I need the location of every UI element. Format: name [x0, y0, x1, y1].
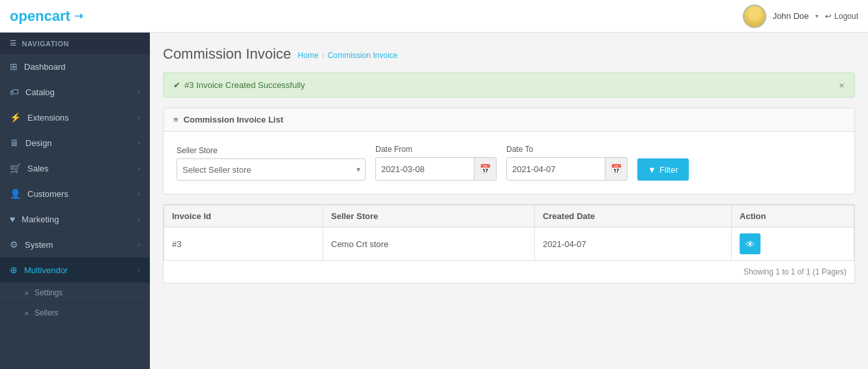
sidebar-item-multivendor[interactable]: ⊕ Multivendor ›	[0, 258, 150, 283]
logout-label: Logout	[834, 12, 858, 21]
chevron-right-icon: ›	[137, 164, 140, 172]
date-to-calendar-button[interactable]: 📅	[605, 158, 627, 180]
sidebar-subitem-sellers[interactable]: » Sellers	[0, 303, 150, 323]
nav-header-label: NAVIGATION	[22, 40, 69, 48]
date-from-label: Date From	[375, 145, 497, 154]
card-header: ≡ Commission Invoice List	[164, 108, 854, 132]
date-to-input[interactable]	[507, 158, 605, 180]
breadcrumb-separator: ›	[322, 51, 325, 60]
seller-store-group: Seller Store Select Seller store ▾	[177, 146, 366, 181]
date-to-wrapper: 📅	[506, 157, 628, 181]
chevron-right-icon: ›	[137, 266, 140, 274]
body-layout: ☰ NAVIGATION ⊞ Dashboard 🏷 Catalog › ⚡ E…	[0, 33, 868, 369]
filter-row: Seller Store Select Seller store ▾ Date …	[177, 145, 841, 181]
sidebar-item-label: Design	[25, 138, 51, 148]
dot-icon: »	[25, 310, 29, 317]
breadcrumb-home[interactable]: Home	[298, 51, 319, 60]
cell-invoice-id: #3	[164, 228, 323, 261]
alert-message: #3 Invoice Created Successfully	[184, 80, 305, 90]
logo-text: opencart	[10, 8, 70, 25]
sidebar-item-system[interactable]: ⚙ System ›	[0, 232, 150, 258]
cell-action: 👁	[732, 228, 854, 261]
seller-store-label: Seller Store	[177, 146, 366, 155]
card-body: Seller Store Select Seller store ▾ Date …	[164, 132, 854, 194]
chevron-right-icon: ›	[137, 139, 140, 147]
design-icon: 🖥	[10, 138, 19, 148]
filter-button[interactable]: ▼ Filter	[637, 158, 689, 181]
nav-menu-icon: ☰	[10, 39, 17, 48]
logout-button[interactable]: ↩ Logout	[825, 12, 858, 21]
subitem-label: Settings	[35, 288, 63, 297]
sidebar-nav-header: ☰ NAVIGATION	[0, 33, 150, 54]
page-title: Commission Invoice	[163, 46, 291, 63]
card-title: Commission Invoice List	[184, 115, 283, 125]
sidebar-item-label: Dashboard	[24, 62, 66, 72]
customers-icon: 👤	[10, 188, 21, 199]
chevron-right-icon: ›	[137, 215, 140, 223]
list-icon: ≡	[173, 115, 179, 125]
table-card: Invoice Id Seller Store Created Date Act…	[163, 204, 855, 284]
logo-arrows-icon: ⇢	[74, 10, 83, 22]
sidebar-subitem-settings[interactable]: » Settings	[0, 283, 150, 303]
date-from-input[interactable]	[376, 158, 474, 180]
sidebar-item-extensions[interactable]: ⚡ Extensions ›	[0, 105, 150, 130]
sidebar: ☰ NAVIGATION ⊞ Dashboard 🏷 Catalog › ⚡ E…	[0, 33, 150, 369]
table-row: #3 Cemo Crt store 2021-04-07 👁	[164, 228, 854, 261]
col-seller-store: Seller Store	[323, 205, 535, 228]
logo: opencart ⇢	[10, 8, 83, 25]
cell-seller-store: Cemo Crt store	[323, 228, 535, 261]
check-icon: ✔	[173, 80, 181, 90]
extensions-icon: ⚡	[10, 112, 21, 123]
filter-btn-label: Filter	[659, 165, 678, 175]
dashboard-icon: ⊞	[10, 61, 18, 72]
sidebar-item-dashboard[interactable]: ⊞ Dashboard	[0, 54, 150, 80]
col-created-date: Created Date	[534, 205, 731, 228]
view-invoice-button[interactable]: 👁	[740, 233, 760, 254]
top-header: opencart ⇢ John Doe ▾ ↩ Logout	[0, 0, 868, 33]
dot-icon: »	[25, 289, 29, 297]
marketing-icon: ♥	[10, 214, 15, 224]
chevron-right-icon: ›	[137, 113, 140, 121]
date-from-wrapper: 📅	[375, 157, 497, 181]
sidebar-item-label: Marketing	[22, 214, 59, 224]
sidebar-item-label: System	[25, 240, 53, 250]
sidebar-item-marketing[interactable]: ♥ Marketing ›	[0, 207, 150, 232]
breadcrumb: Home › Commission Invoice	[298, 51, 398, 60]
sales-icon: 🛒	[10, 163, 21, 173]
sidebar-item-design[interactable]: 🖥 Design ›	[0, 130, 150, 156]
sidebar-item-label: Catalog	[25, 87, 55, 97]
avatar	[743, 5, 766, 28]
invoice-table: Invoice Id Seller Store Created Date Act…	[164, 205, 854, 261]
sidebar-item-customers[interactable]: 👤 Customers ›	[0, 181, 150, 207]
user-dropdown-arrow-icon[interactable]: ▾	[815, 12, 818, 20]
chevron-right-icon: ›	[137, 88, 140, 96]
sidebar-item-label: Sales	[27, 164, 49, 173]
sidebar-item-label: Multivendor	[24, 265, 68, 275]
chevron-right-icon: ›	[137, 241, 140, 248]
logout-icon: ↩	[825, 12, 832, 21]
multivendor-icon: ⊕	[10, 265, 18, 275]
date-to-group: Date To 📅	[506, 145, 628, 181]
sidebar-item-label: Customers	[27, 189, 68, 199]
seller-store-select-wrapper: Select Seller store ▾	[177, 158, 366, 181]
alert-close-button[interactable]: ×	[839, 80, 845, 91]
seller-store-select[interactable]: Select Seller store	[177, 158, 366, 181]
date-from-group: Date From 📅	[375, 145, 497, 181]
filter-icon: ▼	[648, 165, 656, 175]
sidebar-item-sales[interactable]: 🛒 Sales ›	[0, 156, 150, 181]
invoice-list-card: ≡ Commission Invoice List Seller Store S…	[163, 108, 855, 194]
date-to-label: Date To	[506, 145, 628, 154]
catalog-icon: 🏷	[10, 87, 19, 97]
subitem-label: Sellers	[35, 308, 59, 317]
main-content: Commission Invoice Home › Commission Inv…	[150, 33, 868, 369]
avatar-image	[743, 5, 766, 28]
sidebar-item-label: Extensions	[27, 113, 69, 123]
sidebar-item-catalog[interactable]: 🏷 Catalog ›	[0, 80, 150, 105]
user-name: John Doe	[773, 11, 809, 21]
breadcrumb-current: Commission Invoice	[328, 51, 398, 60]
showing-text: Showing 1 to 1 of 1 (1 Pages)	[164, 261, 854, 283]
page-header: Commission Invoice Home › Commission Inv…	[163, 46, 855, 63]
col-invoice-id: Invoice Id	[164, 205, 323, 228]
date-from-calendar-button[interactable]: 📅	[474, 158, 496, 180]
success-alert: ✔ #3 Invoice Created Successfully ×	[163, 72, 855, 98]
